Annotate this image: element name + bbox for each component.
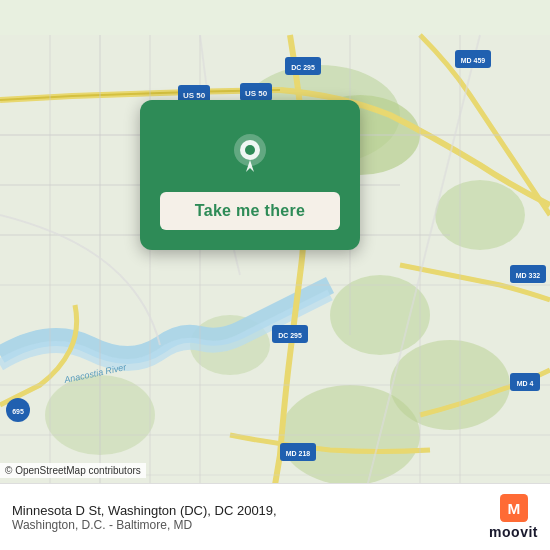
svg-point-5 xyxy=(330,275,430,355)
moovit-logo-icon: M xyxy=(500,494,528,522)
svg-text:MD 4: MD 4 xyxy=(517,380,534,387)
svg-text:US 50: US 50 xyxy=(245,89,268,98)
location-card: Take me there xyxy=(140,100,360,250)
moovit-logo: M moovit xyxy=(489,494,538,540)
map-container: US 50 US 50 DC 295 DC 295 MD 459 MD 332 … xyxy=(0,0,550,550)
svg-text:DC 295: DC 295 xyxy=(291,64,315,71)
svg-text:MD 218: MD 218 xyxy=(286,450,311,457)
svg-text:MD 332: MD 332 xyxy=(516,272,541,279)
svg-text:US 50: US 50 xyxy=(183,91,206,100)
svg-text:DC 295: DC 295 xyxy=(278,332,302,339)
svg-text:M: M xyxy=(507,500,520,517)
address-line1: Minnesota D St, Washington (DC), DC 2001… xyxy=(12,503,479,518)
address-info: Minnesota D St, Washington (DC), DC 2001… xyxy=(12,503,479,532)
address-line2: Washington, D.C. - Baltimore, MD xyxy=(12,518,479,532)
location-pin-icon xyxy=(226,130,274,178)
svg-text:MD 459: MD 459 xyxy=(461,57,486,64)
svg-point-31 xyxy=(245,145,255,155)
bottom-bar: Minnesota D St, Washington (DC), DC 2001… xyxy=(0,483,550,550)
moovit-logo-text: moovit xyxy=(489,524,538,540)
take-me-there-button[interactable]: Take me there xyxy=(160,192,340,230)
svg-text:695: 695 xyxy=(12,408,24,415)
svg-point-9 xyxy=(435,180,525,250)
osm-attribution: © OpenStreetMap contributors xyxy=(0,463,146,478)
osm-text: © OpenStreetMap contributors xyxy=(5,465,141,476)
